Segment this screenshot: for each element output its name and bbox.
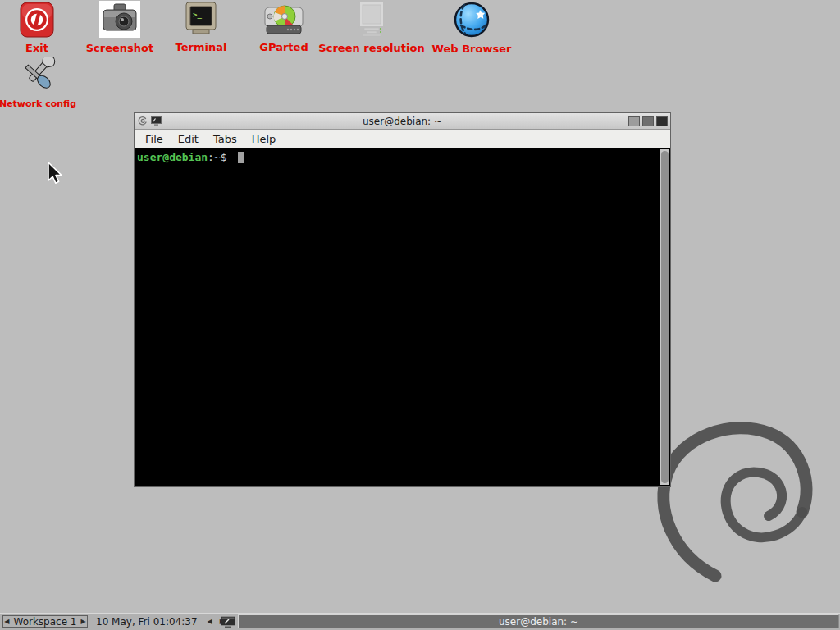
mouse-cursor-arrow	[47, 162, 65, 186]
window-titlebar[interactable]: user@debian: ~	[135, 113, 670, 130]
icon-label: Screen resolution	[318, 43, 424, 53]
menu-file[interactable]: File	[138, 131, 171, 147]
clock-area: 10 May, Fri 01:04:37 ◀ ▶	[96, 614, 225, 630]
icon-label: Network config	[0, 99, 76, 108]
maximize-button[interactable]	[642, 116, 654, 126]
workspace-switcher[interactable]: ◀ Workspace 1 ▶	[2, 615, 88, 628]
prompt-symbol: $	[221, 151, 234, 163]
camera-icon	[99, 1, 140, 38]
icon-label: Web Browser	[432, 43, 512, 54]
icon-label: Screenshot	[86, 43, 154, 53]
monitor-icon	[353, 1, 390, 38]
terminal-window: user@debian: ~ File Edit Tabs Help user@…	[134, 112, 671, 487]
workspace-prev-icon[interactable]: ◀	[4, 619, 9, 625]
gparted-disk-icon	[263, 3, 304, 37]
icon-label: Exit	[25, 43, 48, 53]
debian-swirl-window-icon	[137, 116, 148, 126]
task-button-terminal[interactable]: user@debian: ~	[238, 614, 839, 628]
scrollbar-thumb[interactable]	[661, 151, 669, 483]
prompt-user-host: user@debian	[137, 151, 208, 163]
window-menubar: File Edit Tabs Help	[135, 130, 670, 148]
menu-edit[interactable]: Edit	[171, 131, 206, 147]
menu-help[interactable]: Help	[244, 131, 284, 147]
icon-label: GParted	[259, 42, 308, 52]
taskbar: ◀ Workspace 1 ▶ 10 May, Fri 01:04:37 ◀ ▶…	[0, 613, 840, 630]
menu-tabs[interactable]: Tabs	[206, 131, 244, 147]
minimize-button[interactable]	[628, 116, 640, 126]
exit-power-icon	[20, 2, 54, 38]
workspace-next-icon[interactable]: ▶	[81, 619, 86, 625]
workspace-label: Workspace 1	[13, 616, 76, 628]
terminal-crt-icon: >_	[182, 2, 220, 37]
clock-prev-icon[interactable]: ◀	[208, 619, 212, 625]
tools-icon	[17, 57, 58, 94]
desktop-icon-web-browser[interactable]: Web Browser	[422, 1, 521, 54]
pager-monitor-icon	[221, 616, 235, 628]
prompt-separator: :	[208, 151, 214, 163]
window-title: user@debian: ~	[135, 116, 670, 127]
icon-label: Terminal	[176, 42, 227, 52]
shell-prompt: user@debian:~$	[137, 151, 657, 163]
task-button-label: user@debian: ~	[499, 616, 578, 628]
desktop-pager-button[interactable]	[219, 615, 237, 628]
close-button[interactable]	[656, 116, 668, 126]
prompt-path: ~	[214, 151, 221, 163]
globe-icon	[453, 1, 491, 39]
svg-text:>_: >_	[193, 11, 202, 19]
text-cursor	[238, 152, 244, 163]
desktop-icon-network-config[interactable]: Network config	[0, 57, 87, 108]
clock-text: 10 May, Fri 01:04:37	[96, 616, 198, 628]
terminal-screen[interactable]: user@debian:~$	[135, 148, 670, 486]
desktop-icon-screen-resolution[interactable]: Screen resolution	[322, 1, 421, 53]
terminal-window-icon	[151, 116, 162, 126]
terminal-scrollbar[interactable]	[660, 149, 669, 485]
